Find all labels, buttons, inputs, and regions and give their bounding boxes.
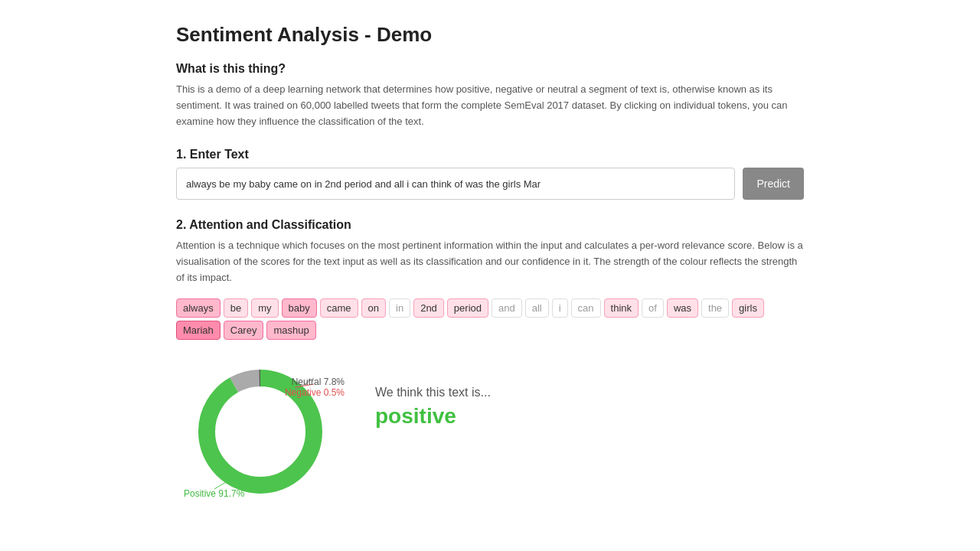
token[interactable]: came (320, 298, 358, 318)
token[interactable]: on (361, 298, 386, 318)
attention-description: Attention is a technique which focuses o… (176, 238, 804, 285)
chart-section: Neutral 7.8% Negative 0.5% Positive 91.7… (176, 355, 804, 508)
token[interactable]: period (447, 298, 488, 318)
input-row: Predict (176, 168, 804, 200)
enter-text-heading: 1. Enter Text (176, 148, 804, 161)
token[interactable]: of (642, 298, 664, 318)
attention-heading: 2. Attention and Classification (176, 218, 804, 232)
page-container: Sentiment Analysis - Demo What is this t… (145, 0, 835, 549)
token[interactable]: always (176, 298, 220, 318)
token[interactable]: baby (282, 298, 317, 318)
token[interactable]: Carey (224, 321, 264, 340)
sentiment-label: positive (375, 404, 491, 429)
what-is-this-description: This is a demo of a deep learning networ… (176, 82, 804, 129)
what-is-this-section: What is this thing? This is a demo of a … (176, 62, 804, 129)
token[interactable]: mashup (266, 321, 315, 340)
what-is-this-heading: What is this thing? (176, 62, 804, 76)
token[interactable]: in (389, 298, 410, 318)
page-title: Sentiment Analysis - Demo (176, 23, 804, 47)
text-input[interactable] (176, 168, 735, 200)
token[interactable]: Mariah (176, 321, 220, 340)
donut-chart: Neutral 7.8% Negative 0.5% Positive 91.7… (176, 355, 345, 508)
token[interactable]: 2nd (413, 298, 444, 318)
token[interactable]: all (525, 298, 549, 318)
token[interactable]: and (492, 298, 522, 318)
enter-text-section: 1. Enter Text Predict (176, 148, 804, 200)
token[interactable]: can (571, 298, 601, 318)
token[interactable]: i (552, 298, 568, 318)
negative-label: Negative 0.5% (285, 387, 345, 398)
token[interactable]: the (701, 298, 729, 318)
token[interactable]: be (224, 298, 248, 318)
attention-section: 2. Attention and Classification Attentio… (176, 218, 804, 507)
result-section: We think this text is... positive (375, 355, 491, 429)
token[interactable]: think (604, 298, 639, 318)
token-container: alwaysbemybabycameonin2ndperiodandallica… (176, 298, 804, 340)
token[interactable]: my (251, 298, 278, 318)
token[interactable]: was (667, 298, 698, 318)
predict-button[interactable]: Predict (743, 168, 804, 200)
neutral-label: Neutral 7.8% (292, 377, 345, 387)
positive-label: Positive 91.7% (184, 488, 244, 499)
token[interactable]: girls (732, 298, 764, 318)
we-think-text: We think this text is... (375, 386, 491, 399)
